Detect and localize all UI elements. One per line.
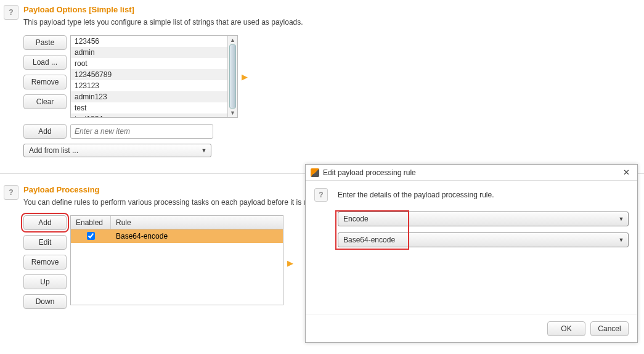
add-from-list-select[interactable]: Add from list ... ▼ — [23, 144, 211, 157]
chevron-down-icon: ▼ — [617, 216, 626, 222]
scroll-down-icon[interactable]: ▼ — [228, 109, 237, 117]
scrollbar[interactable]: ▲ ▼ — [227, 36, 237, 117]
up-button[interactable]: Up — [23, 274, 67, 289]
add-from-list-label: Add from list ... — [29, 146, 78, 155]
column-header-enabled[interactable]: Enabled — [71, 216, 111, 229]
dialog-title: Edit payload processing rule — [323, 168, 416, 177]
list-item[interactable]: admin123 — [71, 91, 237, 102]
add-rule-button[interactable]: Add — [23, 215, 67, 230]
help-icon[interactable]: ? — [4, 185, 18, 200]
dialog-titlebar[interactable]: Edit payload processing rule ✕ — [306, 165, 637, 181]
rule-type-value: Encode — [343, 215, 369, 223]
caret-right-icon: ▶ — [242, 72, 248, 81]
payload-options-desc: This payload type lets you configure a s… — [23, 18, 644, 27]
list-item[interactable]: 123456 — [71, 36, 237, 47]
list-item[interactable]: test — [71, 102, 237, 113]
chevron-down-icon: ▼ — [200, 147, 208, 154]
help-icon[interactable]: ? — [314, 188, 328, 202]
cancel-button[interactable]: Cancel — [590, 321, 629, 336]
paste-button[interactable]: Paste — [23, 35, 67, 50]
new-item-input[interactable] — [70, 124, 213, 139]
ok-button[interactable]: OK — [547, 321, 585, 336]
rule-type-select[interactable]: Encode ▼ — [338, 212, 629, 226]
edit-rule-button[interactable]: Edit — [23, 235, 67, 250]
app-icon — [311, 168, 319, 177]
rule-subtype-value: Base64-encode — [343, 236, 395, 244]
payload-options-title: Payload Options [Simple list] — [23, 5, 644, 14]
add-payload-button[interactable]: Add — [23, 124, 67, 139]
column-header-rule[interactable]: Rule — [111, 216, 283, 229]
payload-list[interactable]: 123456 admin root 123456789 123123 admin… — [70, 35, 238, 118]
list-item[interactable]: root — [71, 58, 237, 69]
clear-button[interactable]: Clear — [23, 94, 67, 109]
list-item[interactable]: 123456789 — [71, 69, 237, 80]
list-item[interactable]: admin — [71, 47, 237, 58]
rule-enabled-checkbox[interactable] — [87, 232, 95, 240]
edit-rule-dialog: Edit payload processing rule ✕ ? Enter t… — [305, 164, 638, 343]
table-row[interactable]: Base64-encode — [71, 229, 283, 243]
remove-rule-button[interactable]: Remove — [23, 255, 67, 270]
rule-subtype-select[interactable]: Base64-encode ▼ — [338, 233, 629, 247]
load-button[interactable]: Load ... — [23, 55, 67, 70]
caret-right-icon: ▶ — [287, 258, 293, 268]
help-icon[interactable]: ? — [4, 5, 18, 20]
down-button[interactable]: Down — [23, 294, 67, 309]
scroll-up-icon[interactable]: ▲ — [228, 36, 237, 44]
scroll-thumb[interactable] — [229, 44, 236, 109]
remove-payload-button[interactable]: Remove — [23, 75, 67, 89]
list-item[interactable]: 123123 — [71, 80, 237, 91]
close-icon[interactable]: ✕ — [621, 168, 632, 177]
dialog-desc: Enter the details of the payload process… — [338, 191, 627, 199]
chevron-down-icon: ▼ — [617, 237, 626, 243]
list-item[interactable]: test1234 — [71, 113, 237, 118]
rule-cell: Base64-encode — [111, 232, 283, 241]
processing-rules-table: Enabled Rule Base64-encode — [70, 215, 283, 305]
